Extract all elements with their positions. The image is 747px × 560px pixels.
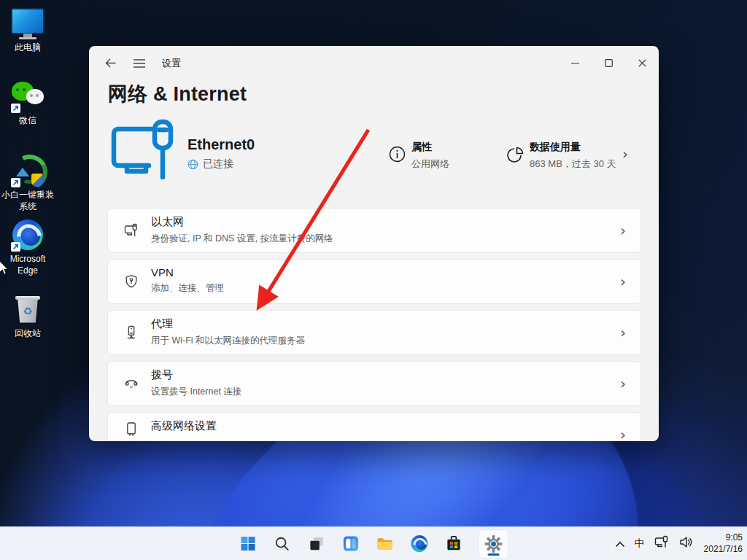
properties-title: 属性 — [411, 141, 449, 154]
microsoft-store-icon — [445, 535, 462, 552]
tray-show-hidden-icons[interactable] — [615, 537, 625, 551]
list-item-advanced-network[interactable]: 高级网络设置 › — [107, 412, 641, 441]
chevron-up-icon — [615, 541, 625, 548]
data-usage-subtitle: 863 MB，过去 30 天 — [530, 158, 616, 171]
connection-status: 已连接 — [187, 158, 233, 171]
list-item-title: 以太网 — [151, 215, 333, 229]
desktop-icon-recycle-bin[interactable]: ♻ 回收站 — [1, 292, 54, 340]
list-item-subtitle: 身份验证, IP 和 DNS 设置, 按流量计费的网络 — [151, 233, 333, 245]
close-button[interactable] — [625, 46, 659, 80]
advanced-settings-icon — [124, 421, 139, 436]
shortcut-arrow-icon — [11, 104, 20, 113]
speaker-icon — [679, 536, 693, 548]
widgets-icon — [342, 535, 359, 552]
proxy-server-icon — [124, 325, 139, 340]
settings-list: 以太网 身份验证, IP 和 DNS 设置, 按流量计费的网络 › VPN 添加… — [107, 208, 641, 441]
tray-volume-button[interactable] — [679, 536, 693, 551]
desktop-icon-xiaobai-reinstall[interactable]: 小白一键重装系统 — [1, 153, 54, 212]
info-icon — [389, 146, 406, 166]
recycle-bin-icon: ♻ — [10, 292, 45, 327]
desktop-icon-wechat[interactable]: 微信 — [1, 79, 54, 127]
search-icon — [274, 536, 290, 552]
file-explorer-button[interactable] — [376, 534, 395, 553]
list-item-title: VPN — [151, 266, 224, 279]
list-item-vpn[interactable]: VPN 添加、连接、管理 › — [107, 259, 641, 304]
edge-icon — [411, 535, 427, 552]
start-button[interactable] — [239, 534, 258, 553]
search-button[interactable] — [273, 534, 292, 553]
globe-icon — [187, 159, 198, 170]
desktop-icon-label: 回收站 — [15, 328, 41, 340]
tray-clock[interactable]: 9:05 2021/7/16 — [704, 532, 743, 555]
settings-window: 设置 网络 & Internet Ethernet0 — [89, 46, 659, 441]
widgets-button[interactable] — [341, 534, 360, 553]
properties-block[interactable]: 属性 公用网络 — [411, 141, 449, 171]
page-title: 网络 & Internet — [108, 81, 247, 107]
maximize-button[interactable] — [592, 46, 625, 80]
shortcut-arrow-icon — [11, 242, 20, 252]
settings-gear-icon — [484, 534, 503, 553]
list-item-proxy[interactable]: 代理 用于 Wi-Fi 和以太网连接的代理服务器 › — [107, 310, 641, 355]
desktop-icon-label: MicrosoftEdge — [10, 254, 46, 276]
chevron-right-icon: › — [620, 375, 626, 392]
list-item-title: 拨号 — [151, 368, 241, 382]
ethernet-icon — [124, 223, 139, 238]
file-explorer-icon — [376, 535, 394, 553]
ethernet-network-icon — [654, 535, 670, 549]
tray-network-button[interactable] — [654, 535, 670, 552]
chevron-right-icon: › — [620, 426, 626, 442]
hamburger-menu-button[interactable] — [127, 51, 152, 76]
list-item-title: 代理 — [151, 317, 305, 331]
settings-button-active[interactable] — [479, 529, 509, 559]
clock-date: 2021/7/16 — [704, 544, 743, 556]
list-item-subtitle: 添加、连接、管理 — [151, 282, 224, 295]
vpn-shield-icon — [124, 274, 139, 289]
desktop-icon-label: 此电脑 — [15, 42, 41, 54]
desktop-icon-label: 小白一键重装系统 — [1, 190, 54, 212]
xiaobai-reinstall-icon — [10, 153, 45, 188]
task-view-icon — [308, 535, 325, 552]
chevron-right-icon: › — [620, 222, 626, 239]
windows-logo-icon — [239, 535, 256, 552]
data-usage-block[interactable]: 数据使用量 863 MB，过去 30 天 — [530, 141, 616, 171]
list-item-subtitle: 设置拨号 Internet 连接 — [151, 386, 241, 398]
list-item-subtitle: 用于 Wi-Fi 和以太网连接的代理服务器 — [151, 335, 305, 347]
chevron-right-icon: › — [620, 324, 626, 341]
properties-subtitle: 公用网络 — [411, 158, 449, 171]
clock-time: 9:05 — [726, 532, 743, 544]
taskbar: 中 9:05 2021/7/16 — [0, 526, 747, 560]
desktop-icon-this-pc[interactable]: 此电脑 — [1, 6, 54, 54]
this-pc-icon — [10, 6, 45, 41]
chevron-right-icon: › — [620, 273, 626, 290]
back-button[interactable] — [98, 51, 123, 76]
wechat-icon — [10, 79, 45, 114]
edge-button[interactable] — [410, 534, 429, 553]
list-item-title: 高级网络设置 — [151, 419, 217, 433]
shortcut-arrow-icon — [11, 178, 20, 187]
ethernet-hero-icon — [108, 116, 175, 186]
minimize-button[interactable] — [558, 46, 592, 80]
edge-icon — [10, 217, 45, 252]
desktop-icon-label: 微信 — [19, 115, 36, 127]
connection-status-text: 已连接 — [203, 158, 233, 171]
titlebar-title: 设置 — [162, 57, 181, 70]
connection-name: Ethernet0 — [187, 136, 255, 153]
ime-indicator[interactable]: 中 — [635, 537, 645, 551]
chevron-right-icon: › — [622, 145, 628, 163]
list-item-ethernet[interactable]: 以太网 身份验证, IP 和 DNS 设置, 按流量计费的网络 › — [107, 208, 641, 253]
data-usage-title: 数据使用量 — [530, 141, 616, 154]
mouse-cursor — [0, 260, 10, 276]
titlebar[interactable]: 设置 — [89, 46, 659, 80]
dialup-phone-icon — [124, 376, 139, 391]
task-view-button[interactable] — [307, 534, 326, 553]
pie-chart-icon — [506, 146, 525, 167]
list-item-dialup[interactable]: 拨号 设置拨号 Internet 连接 › — [107, 361, 641, 406]
data-usage-chevron[interactable]: › — [622, 147, 628, 162]
microsoft-store-button[interactable] — [444, 534, 463, 553]
